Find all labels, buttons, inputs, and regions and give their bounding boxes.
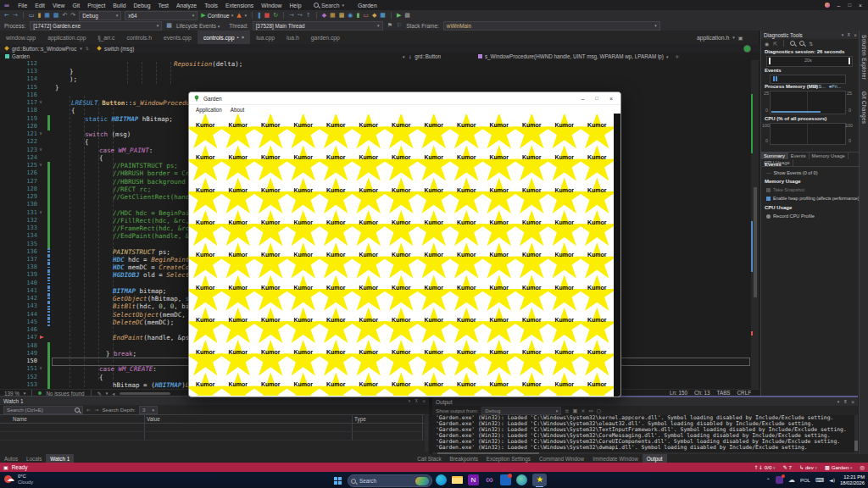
- fold-chevron-icon[interactable]: ∨: [39, 130, 42, 137]
- feedback-icon[interactable]: [825, 3, 830, 8]
- watch-scrollbar[interactable]: [425, 414, 428, 452]
- line-number[interactable]: 136: [10, 248, 37, 256]
- thread-dropdown[interactable]: [37528] Main Thread▾: [253, 21, 383, 30]
- line-number[interactable]: 120: [10, 123, 37, 130]
- kumor-star-button[interactable]: [576, 242, 614, 282]
- tool-icon[interactable]: ▶: [397, 11, 401, 19]
- window-list-icon[interactable]: ▣: [738, 35, 743, 41]
- member-dropdown[interactable]: s_WindowProcedure(HWND handle, UINT msg,…: [478, 53, 669, 59]
- rail-tab-solution-explorer[interactable]: Solution Explorer: [861, 35, 867, 80]
- menubar-item-analyze[interactable]: Analyze: [172, 3, 200, 8]
- garden-titlebar[interactable]: Garden – □ ×: [189, 92, 620, 105]
- pin-icon[interactable]: ⊼: [843, 399, 847, 405]
- lifecycle-events-button[interactable]: Lifecycle Events ▾: [176, 23, 220, 29]
- delete-icon[interactable]: ×: [581, 408, 585, 413]
- line-number[interactable]: 141: [10, 287, 37, 295]
- line-number[interactable]: 146: [10, 326, 37, 334]
- add-icon[interactable]: ✛: [675, 54, 679, 59]
- close-icon[interactable]: ×: [242, 35, 245, 40]
- menubar-item-project[interactable]: Project: [84, 3, 109, 8]
- eol-mode[interactable]: CRLF: [737, 390, 751, 396]
- taskbar-weather-widget[interactable]: ☁ 0°C Cloudy: [4, 474, 33, 485]
- output-source-dropdown[interactable]: Debug▾: [481, 407, 561, 415]
- clock[interactable]: 12:21 PM18/02/2026: [840, 474, 865, 485]
- line-number[interactable]: 132: [10, 217, 37, 225]
- file-tab-garden-cpp[interactable]: garden.cpp: [305, 30, 346, 44]
- file-tab-preview[interactable]: application.h ▾ ▣: [697, 30, 743, 44]
- line-number[interactable]: 149: [10, 350, 37, 358]
- panel-tab-locals[interactable]: Locals: [22, 454, 46, 463]
- cpu-section-label[interactable]: CPU (% of all processors): [765, 116, 826, 121]
- flag-icon[interactable]: ⚑: [387, 21, 392, 30]
- watch-search-input[interactable]: Search (Ctrl+E): [3, 406, 83, 414]
- line-number[interactable]: 138: [10, 263, 37, 271]
- pin-icon[interactable]: ⊼: [847, 32, 850, 38]
- show-events-link[interactable]: —Show Events (0 of 0): [766, 170, 818, 175]
- line-number[interactable]: 116: [10, 92, 37, 99]
- line-number[interactable]: 134: [10, 232, 37, 240]
- fold-chevron-icon[interactable]: ∨: [39, 208, 42, 216]
- menubar-item-file[interactable]: File: [14, 3, 31, 8]
- language-indicator[interactable]: POL: [800, 478, 810, 483]
- redo-icon[interactable]: ↷: [70, 11, 75, 19]
- fold-chevron-icon[interactable]: ∨: [39, 98, 42, 106]
- tool-icon[interactable]: ▦: [380, 11, 386, 19]
- flag-outline-icon[interactable]: ⚐: [397, 21, 402, 30]
- tool-icon[interactable]: ▦: [330, 11, 336, 19]
- line-number[interactable]: 130: [10, 201, 37, 208]
- line-number[interactable]: 115: [10, 84, 37, 92]
- solution-config-dropdown[interactable]: Debug▾: [79, 11, 121, 20]
- panel-tab-breakpoints[interactable]: Breakpoints: [446, 454, 482, 463]
- process-dropdown[interactable]: [17472] Garden.exe▾: [30, 21, 162, 30]
- kumor-star-button[interactable]: [576, 178, 614, 218]
- line-number[interactable]: 114: [10, 75, 37, 83]
- line-number[interactable]: 127: [10, 178, 37, 186]
- chevron-down-icon[interactable]: ▾: [842, 32, 844, 38]
- taskbar-garden-app-active[interactable]: [532, 474, 547, 486]
- taskbar-visual-studio-icon[interactable]: ∞: [484, 474, 495, 485]
- pin-icon[interactable]: ⊼: [415, 398, 418, 404]
- garden-scrollbar[interactable]: [614, 114, 620, 396]
- navigate-forward-icon[interactable]: →: [13, 11, 18, 19]
- diag-tab-summary[interactable]: Summary: [761, 152, 788, 159]
- chevron-down-icon[interactable]: ▾: [837, 399, 840, 405]
- garden-close-button[interactable]: ×: [609, 96, 613, 102]
- tray-vs-icon[interactable]: [776, 476, 783, 484]
- open-file-icon[interactable]: ▮: [37, 11, 41, 19]
- diag-tab-events[interactable]: Events: [788, 152, 810, 159]
- step-into-icon[interactable]: →: [289, 11, 294, 19]
- panel-tab-command-window[interactable]: Command Window: [535, 454, 588, 463]
- minimize-button[interactable]: –: [837, 3, 841, 8]
- kumor-star-button[interactable]: [189, 114, 226, 152]
- tool-icon[interactable]: ▩: [404, 11, 410, 19]
- menubar-item-debug[interactable]: Debug: [130, 3, 154, 8]
- reset-view-icon[interactable]: ⇅: [809, 41, 813, 47]
- start-button[interactable]: [334, 477, 342, 485]
- tool-icon[interactable]: ▮: [356, 11, 359, 19]
- diag-tab-memory[interactable]: Memory Usage: [810, 152, 849, 159]
- stack-frame-dropdown[interactable]: wWinMain▾: [443, 21, 660, 30]
- maximize-button[interactable]: □: [848, 3, 851, 8]
- kumor-star-button[interactable]: [189, 308, 226, 347]
- new-file-icon[interactable]: ▭: [29, 11, 35, 19]
- line-number[interactable]: 123: [10, 147, 37, 154]
- diag-timeline[interactable]: 20s: [766, 56, 853, 67]
- file-tab-window-cpp[interactable]: window.cpp: [0, 30, 42, 44]
- line-number[interactable]: 117: [10, 99, 37, 107]
- menubar-item-tools[interactable]: Tools: [201, 3, 222, 8]
- line-number[interactable]: 122: [10, 138, 37, 146]
- history-forward-icon[interactable]: →: [94, 407, 98, 413]
- kumor-star-button[interactable]: [576, 210, 614, 250]
- menubar-item-build[interactable]: Build: [109, 3, 130, 8]
- taskbar-outlook-icon[interactable]: [500, 474, 511, 485]
- file-tab-application-cpp[interactable]: application.cpp: [42, 30, 92, 44]
- kumor-star-button[interactable]: [576, 114, 614, 152]
- menubar-item-extensions[interactable]: Extensions: [222, 3, 258, 8]
- menubar-item-test[interactable]: Test: [154, 3, 172, 8]
- line-number[interactable]: 125: [10, 162, 37, 169]
- history-back-icon[interactable]: ←: [86, 407, 91, 413]
- break-all-icon[interactable]: ‖: [258, 11, 261, 19]
- volume-icon[interactable]: ◄): [829, 477, 835, 483]
- menubar-item-help[interactable]: Help: [286, 3, 305, 8]
- output-log[interactable]: 'Garden.exe' (Win32): Loaded 'C:\Windows…: [432, 415, 858, 452]
